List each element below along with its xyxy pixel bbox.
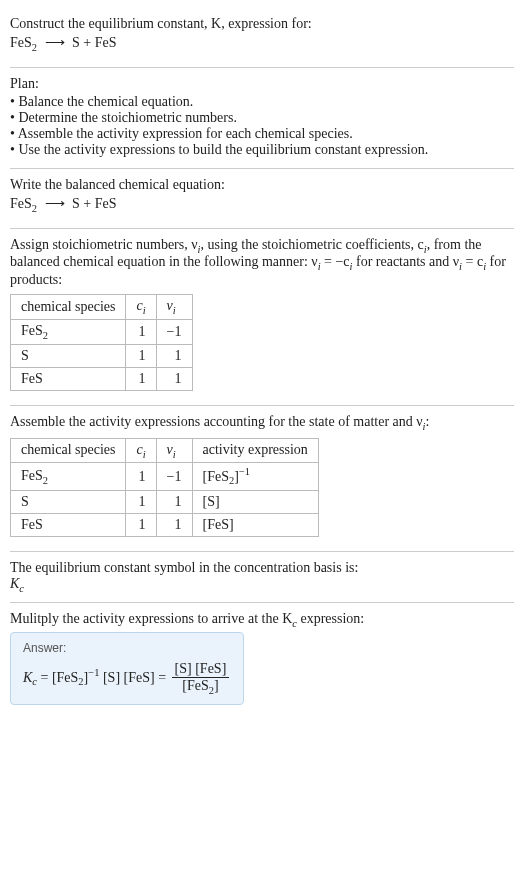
plan-item: • Assemble the activity expression for e…	[10, 126, 514, 142]
answer-fraction: [S] [FeS][FeS2]	[172, 661, 230, 696]
cell-c: 1	[126, 319, 156, 344]
stoich-intro: Assign stoichiometric numbers, νi, using…	[10, 237, 514, 289]
table-header-row: chemical species ci νi	[11, 295, 193, 320]
table-row: FeS2 1 −1	[11, 319, 193, 344]
cell-nu: −1	[156, 319, 192, 344]
plan-item: • Determine the stoichiometric numbers.	[10, 110, 514, 126]
cell-c: 1	[126, 463, 156, 490]
cell-c: 1	[126, 513, 156, 536]
products: S + FeS	[72, 196, 116, 211]
col-expr: activity expression	[192, 438, 318, 463]
table-row: FeS 1 1 [FeS]	[11, 513, 319, 536]
cell-c: 1	[126, 367, 156, 390]
plan-item: • Balance the chemical equation.	[10, 94, 514, 110]
answer-box: Answer: Kc = [FeS2]−1 [S] [FeS] = [S] [F…	[10, 632, 244, 705]
prompt-text: Construct the equilibrium constant, K, e…	[10, 16, 514, 32]
cell-species: FeS	[11, 367, 126, 390]
table-row: S 1 1 [S]	[11, 490, 319, 513]
cell-nu: 1	[156, 513, 192, 536]
basis-section: The equilibrium constant symbol in the c…	[10, 552, 514, 603]
products: S + FeS	[72, 35, 116, 50]
answer-label: Answer:	[23, 641, 231, 655]
activity-section: Assemble the activity expressions accoun…	[10, 406, 514, 552]
basis-text: The equilibrium constant symbol in the c…	[10, 560, 514, 576]
basis-symbol: Kc	[10, 576, 514, 594]
table-row: FeS 1 1	[11, 367, 193, 390]
cell-expr: [S]	[192, 490, 318, 513]
cell-c: 1	[126, 490, 156, 513]
multiply-text: Mulitply the activity expressions to arr…	[10, 611, 514, 629]
table-row: FeS2 1 −1 [FeS2]−1	[11, 463, 319, 490]
cell-c: 1	[126, 344, 156, 367]
balanced-section: Write the balanced chemical equation: Fe…	[10, 169, 514, 229]
table-row: S 1 1	[11, 344, 193, 367]
col-c: ci	[126, 438, 156, 463]
plan-title: Plan:	[10, 76, 514, 92]
cell-species: FeS2	[11, 319, 126, 344]
plan-section: Plan: • Balance the chemical equation. •…	[10, 68, 514, 169]
balanced-intro: Write the balanced chemical equation:	[10, 177, 514, 193]
cell-nu: −1	[156, 463, 192, 490]
reaction-arrow: ⟶	[41, 196, 69, 211]
col-c: ci	[126, 295, 156, 320]
col-nu: νi	[156, 295, 192, 320]
stoich-table: chemical species ci νi FeS2 1 −1 S 1 1 F…	[10, 294, 193, 391]
cell-species: FeS2	[11, 463, 126, 490]
col-nu: νi	[156, 438, 192, 463]
table-header-row: chemical species ci νi activity expressi…	[11, 438, 319, 463]
cell-nu: 1	[156, 344, 192, 367]
reactant: FeS2	[10, 196, 37, 211]
cell-species: S	[11, 490, 126, 513]
result-section: Mulitply the activity expressions to arr…	[10, 603, 514, 714]
cell-species: FeS	[11, 513, 126, 536]
cell-nu: 1	[156, 367, 192, 390]
unbalanced-reaction: FeS2 ⟶ S + FeS	[10, 34, 514, 53]
activity-intro: Assemble the activity expressions accoun…	[10, 414, 514, 432]
prompt-section: Construct the equilibrium constant, K, e…	[10, 8, 514, 68]
col-species: chemical species	[11, 295, 126, 320]
activity-table: chemical species ci νi activity expressi…	[10, 438, 319, 537]
answer-equation: Kc = [FeS2]−1 [S] [FeS] = [S] [FeS][FeS2…	[23, 661, 231, 696]
cell-species: S	[11, 344, 126, 367]
plan-item: • Use the activity expressions to build …	[10, 142, 514, 158]
col-species: chemical species	[11, 438, 126, 463]
stoich-section: Assign stoichiometric numbers, νi, using…	[10, 229, 514, 406]
cell-nu: 1	[156, 490, 192, 513]
prompt-label: Construct the equilibrium constant, K, e…	[10, 16, 312, 31]
reactant: FeS2	[10, 35, 37, 50]
reaction-arrow: ⟶	[41, 35, 69, 50]
balanced-reaction: FeS2 ⟶ S + FeS	[10, 195, 514, 214]
cell-expr: [FeS]	[192, 513, 318, 536]
plan-list: • Balance the chemical equation. • Deter…	[10, 94, 514, 158]
cell-expr: [FeS2]−1	[192, 463, 318, 490]
